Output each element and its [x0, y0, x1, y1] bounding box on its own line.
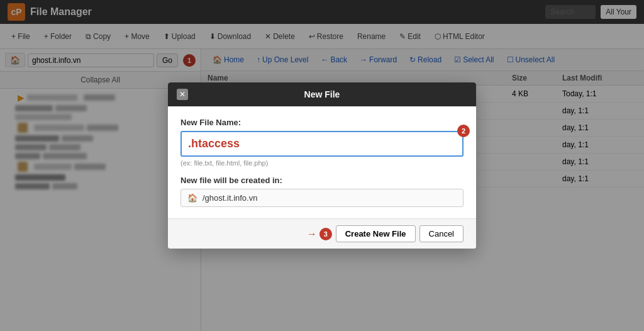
cancel-button[interactable]: Cancel: [419, 225, 464, 242]
modal-header: ✕ New File: [168, 82, 476, 106]
arrow-icon: →: [307, 228, 317, 240]
annotation-badge-3: 3: [319, 228, 332, 240]
modal-body: New File Name: 2 (ex: file.txt, file.htm…: [168, 106, 476, 218]
home-icon-small: 🏠: [187, 193, 197, 203]
modal-title: New File: [304, 89, 340, 99]
modal-close-button[interactable]: ✕: [177, 89, 188, 100]
modal-overlay: ✕ New File New File Name: 2 (ex: file.tx…: [0, 0, 644, 331]
file-name-hint: (ex: file.txt, file.html, file.php): [180, 159, 464, 167]
modal-footer: → 3 Create New File Cancel: [168, 218, 476, 249]
new-file-name-input[interactable]: [180, 131, 464, 157]
created-in-label: New file will be created in:: [180, 176, 464, 185]
created-in-path-box: 🏠 /ghost.it.info.vn: [180, 189, 464, 207]
file-name-label: New File Name:: [180, 118, 464, 127]
annotation-badge-2: 2: [457, 125, 470, 137]
created-in-path: /ghost.it.info.vn: [203, 193, 257, 203]
create-new-file-button[interactable]: Create New File: [336, 225, 416, 242]
new-file-modal: ✕ New File New File Name: 2 (ex: file.tx…: [168, 82, 476, 249]
